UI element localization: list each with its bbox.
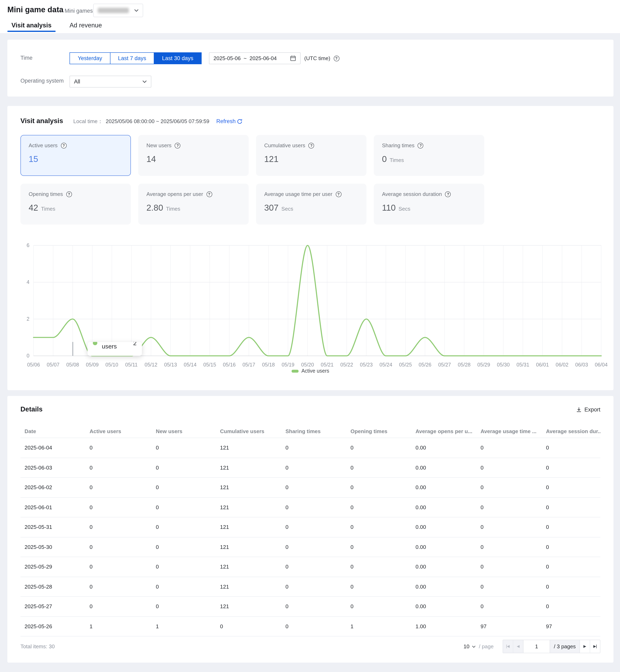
table-cell: 0 <box>281 604 346 610</box>
help-icon[interactable]: ? <box>175 143 180 148</box>
chevron-down-icon <box>134 9 139 12</box>
stat-card-opening-times[interactable]: Opening times ? 42 Times <box>20 184 131 224</box>
help-icon[interactable]: ? <box>309 143 314 148</box>
help-icon[interactable]: ? <box>66 191 72 197</box>
svg-text:05/30: 05/30 <box>497 362 510 367</box>
stat-card-label: New users <box>146 142 171 149</box>
per-page-label: / page <box>479 643 494 650</box>
table-cell: 0 <box>542 504 600 510</box>
table-row: 2025-05-26110011.009797 <box>20 617 600 636</box>
page-size-select[interactable]: 10 <box>464 643 476 650</box>
export-button[interactable]: Export <box>576 407 600 413</box>
table-cell: 0 <box>542 465 600 471</box>
refresh-button[interactable]: Refresh <box>216 118 243 124</box>
time-button-last-7-days[interactable]: Last 7 days <box>110 52 154 64</box>
tab-visit-analysis[interactable]: Visit analysis <box>7 20 56 32</box>
table-cell: 0 <box>281 504 346 510</box>
stat-card-label: Active users <box>29 142 58 149</box>
svg-text:05/06: 05/06 <box>27 362 40 367</box>
tab-bar: Visit analysis Ad revenue <box>7 20 106 32</box>
table-cell: 0 <box>542 445 600 451</box>
help-icon[interactable]: ? <box>418 143 423 148</box>
tooltip-series-name: Active users <box>102 342 128 350</box>
page-title: Mini game data <box>7 5 64 14</box>
legend-label: Active users <box>301 368 329 374</box>
stat-card-cumulative-users[interactable]: Cumulative users ? 121 <box>256 135 366 176</box>
table-cell: 1 <box>152 623 216 629</box>
help-icon[interactable]: ? <box>61 143 67 148</box>
page-number-input[interactable]: 1 <box>523 640 550 653</box>
stat-card-label: Average opens per user <box>146 191 203 197</box>
table-cell: 0 <box>281 544 346 550</box>
stat-card-value: 15 <box>29 154 38 164</box>
stat-card-value: 14 <box>146 154 156 164</box>
table-cell: 0.00 <box>411 584 476 590</box>
table-cell: 0.00 <box>411 604 476 610</box>
stat-card-active-users[interactable]: Active users ? 15 <box>20 135 131 176</box>
stat-card-grid: Active users ? 15 New users ? 14 Cumulat… <box>20 135 484 224</box>
total-pages-label: / 3 pages <box>550 640 580 653</box>
time-button-yesterday[interactable]: Yesterday <box>69 52 110 64</box>
svg-text:05/28: 05/28 <box>458 362 471 367</box>
chevron-down-icon <box>142 80 147 83</box>
svg-text:05/10: 05/10 <box>106 362 118 367</box>
table-cell: 0 <box>86 564 152 570</box>
stat-card-label: Average session duration <box>382 191 442 197</box>
svg-text:05/29: 05/29 <box>477 362 490 367</box>
chart-legend[interactable]: Active users <box>7 368 613 374</box>
local-time-value: 2025/05/06 08:00:00 ~ 2025/06/05 07:59:5… <box>106 118 209 124</box>
tab-ad-revenue[interactable]: Ad revenue <box>65 20 106 32</box>
table-cell: 97 <box>476 623 542 629</box>
table-cell: 0 <box>86 484 152 490</box>
svg-text:05/13: 05/13 <box>164 362 177 367</box>
table-body: 2025-06-0400121000.00002025-06-030012100… <box>20 438 600 636</box>
table-row: 2025-06-0200121000.0000 <box>20 478 600 498</box>
stat-card-average-session-duration[interactable]: Average session duration ? 110 Secs <box>374 184 484 224</box>
table-cell: 2025-06-01 <box>20 504 86 510</box>
table-cell: 0.00 <box>411 544 476 550</box>
svg-text:05/11: 05/11 <box>125 362 138 367</box>
redacted-select-value <box>98 8 129 13</box>
svg-text:05/19: 05/19 <box>281 362 295 367</box>
prev-page-button[interactable]: ◀ <box>513 640 523 653</box>
table-cell: 0 <box>476 544 542 550</box>
date-range-picker[interactable]: 2025-05-06 ~ 2025-06-04 <box>209 52 301 64</box>
table-cell: 0.00 <box>411 524 476 530</box>
page: Mini game data Mini games Visit analysis… <box>0 0 620 672</box>
stat-card-sharing-times[interactable]: Sharing times ? 0 Times <box>374 135 484 176</box>
table-cell: 121 <box>216 564 281 570</box>
stat-card-new-users[interactable]: New users ? 14 <box>138 135 249 176</box>
table-cell: 0 <box>476 445 542 451</box>
help-icon[interactable]: ? <box>333 55 339 61</box>
table-cell: 0.00 <box>411 564 476 570</box>
help-icon[interactable]: ? <box>206 191 212 197</box>
time-button-last-30-days[interactable]: Last 30 days <box>154 52 202 64</box>
svg-text:05/14: 05/14 <box>184 362 197 367</box>
table-cell: 0 <box>346 564 411 570</box>
details-title: Details <box>20 405 43 413</box>
last-page-button[interactable]: ▶ <box>590 640 600 653</box>
stat-card-value: 0 <box>382 154 387 164</box>
help-icon[interactable]: ? <box>445 191 451 197</box>
stat-card-average-opens-per-user[interactable]: Average opens per user ? 2.80 Times <box>138 184 249 224</box>
help-icon[interactable]: ? <box>335 191 341 197</box>
mini-games-label: Mini games <box>65 8 93 14</box>
details-table: DateActive usersNew usersCumulative user… <box>20 424 600 636</box>
svg-text:05/17: 05/17 <box>243 362 255 367</box>
table-cell: 0 <box>86 524 152 530</box>
svg-text:05/18: 05/18 <box>262 362 275 367</box>
table-cell: 0 <box>542 604 600 610</box>
stat-card-label: Opening times <box>29 191 63 197</box>
table-cell: 2025-05-29 <box>20 564 86 570</box>
mini-games-select[interactable] <box>93 4 143 17</box>
os-select[interactable]: All <box>69 76 151 88</box>
first-page-button[interactable]: ◀ <box>503 640 513 653</box>
column-header-opening-times: Opening times <box>346 428 411 434</box>
stat-card-average-usage-time-per-user[interactable]: Average usage time per user ? 307 Secs <box>256 184 366 224</box>
table-cell: 1 <box>346 623 411 629</box>
tooltip-series-dot <box>93 342 97 345</box>
date-start: 2025-05-06 <box>213 55 241 61</box>
next-page-button[interactable]: ▶ <box>580 640 590 653</box>
table-cell: 0 <box>476 465 542 471</box>
pagination: 10 / page ◀ ◀ 1 / 3 pages ▶ ▶ <box>464 640 600 653</box>
